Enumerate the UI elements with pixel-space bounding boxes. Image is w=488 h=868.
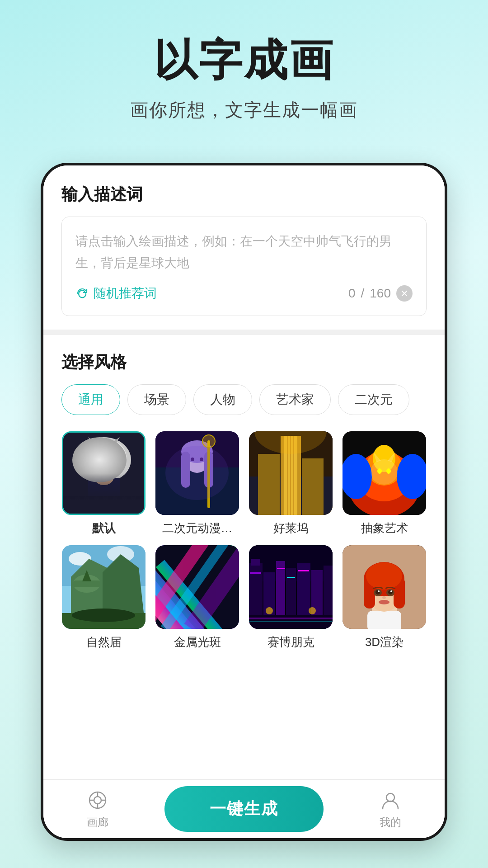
style-img-nature: [62, 545, 145, 629]
svg-rect-75: [287, 577, 295, 578]
style-img-cyberpunk: [249, 545, 333, 629]
clear-button[interactable]: [396, 285, 413, 302]
svg-point-96: [388, 590, 393, 594]
style-tag-scene[interactable]: 场景: [127, 384, 186, 415]
svg-point-3: [87, 447, 107, 463]
svg-rect-32: [302, 458, 324, 515]
generate-button[interactable]: 一键生成: [164, 786, 324, 832]
svg-rect-53: [73, 580, 100, 587]
style-item-abstract[interactable]: 抽象艺术: [342, 431, 427, 536]
input-footer: 随机推荐词 0 / 160: [75, 285, 413, 302]
style-item-3d[interactable]: 3D渲染: [342, 545, 427, 650]
header: 以字成画 画你所想，文字生成一幅画: [0, 0, 488, 141]
char-count: 0 / 160: [348, 285, 413, 302]
svg-rect-67: [251, 559, 260, 566]
svg-point-107: [386, 793, 394, 802]
style-name-nature: 自然届: [86, 634, 122, 650]
style-img-abstract: [343, 431, 426, 515]
profile-tab[interactable]: 我的: [363, 789, 418, 830]
gallery-label: 画廊: [87, 815, 108, 830]
svg-rect-77: [250, 572, 261, 574]
svg-point-83: [309, 607, 316, 614]
style-tags: 通用 场景 人物 艺术家 二次元: [61, 384, 427, 415]
phone-frame: 输入描述词 请点击输入绘画描述，例如：在一个天空中帅气飞行的男生，背后是星球大地…: [41, 163, 447, 841]
style-name-cyberpunk: 赛博朋克: [267, 634, 314, 650]
svg-point-11: [94, 469, 114, 485]
svg-point-4: [101, 447, 121, 463]
section-divider: [43, 330, 445, 335]
profile-label: 我的: [380, 815, 401, 830]
svg-point-5: [88, 448, 120, 476]
input-section: 输入描述词 请点击输入绘画描述，例如：在一个天空中帅气飞行的男生，背后是星球大地…: [43, 165, 445, 330]
svg-rect-12: [63, 496, 145, 515]
svg-point-97: [378, 590, 380, 592]
svg-point-102: [94, 797, 101, 804]
svg-rect-87: [367, 611, 401, 629]
style-item-nature[interactable]: 自然届: [61, 545, 146, 650]
style-section-label: 选择风格: [61, 351, 427, 373]
input-section-label: 输入描述词: [61, 184, 427, 206]
svg-rect-76: [298, 570, 309, 571]
style-tag-anime[interactable]: 二次元: [338, 384, 409, 415]
style-grid: 默认: [61, 431, 427, 650]
style-tag-character[interactable]: 人物: [193, 384, 252, 415]
svg-point-1: [77, 437, 131, 482]
svg-point-95: [375, 590, 380, 594]
style-item-hollywood[interactable]: 好莱坞: [249, 431, 333, 536]
main-title: 以字成画: [0, 36, 488, 84]
svg-point-44: [377, 468, 382, 474]
style-item-default[interactable]: 默认: [61, 431, 146, 536]
profile-icon: [379, 789, 402, 811]
svg-point-56: [72, 609, 135, 622]
svg-point-92: [366, 562, 402, 590]
style-name-metal: 金属光斑: [174, 634, 221, 650]
svg-point-9: [107, 456, 110, 459]
style-item-anime[interactable]: 二次元动漫…: [155, 431, 239, 536]
svg-point-41: [371, 459, 398, 485]
random-label: 随机推荐词: [94, 285, 157, 302]
style-tag-general[interactable]: 通用: [61, 384, 120, 415]
style-name-hollywood: 好莱坞: [273, 520, 309, 536]
svg-point-100: [379, 600, 389, 604]
svg-rect-80: [249, 618, 333, 619]
svg-point-2: [81, 439, 127, 476]
style-item-cyberpunk[interactable]: 赛博朋克: [249, 545, 333, 650]
style-section: 选择风格 通用 场景 人物 艺术家 二次元: [43, 335, 445, 779]
style-tag-artist[interactable]: 艺术家: [259, 384, 331, 415]
style-img-3d: [343, 545, 426, 629]
text-input-box[interactable]: 请点击输入绘画描述，例如：在一个天空中帅气飞行的男生，背后是星球大地 随机推荐词…: [61, 217, 427, 316]
svg-point-22: [202, 435, 215, 448]
style-img-anime: [155, 431, 239, 515]
svg-point-23: [165, 446, 229, 500]
style-img-hollywood: [249, 431, 333, 515]
bottom-bar: 画廊 一键生成 我的: [43, 779, 445, 838]
style-img-default: [62, 431, 145, 515]
svg-marker-6: [88, 437, 100, 447]
svg-point-8: [98, 456, 101, 459]
style-name-default: 默认: [92, 520, 116, 536]
svg-rect-31: [258, 454, 280, 515]
sub-title: 画你所想，文字生成一幅画: [0, 98, 488, 123]
max-chars: 160: [370, 286, 391, 301]
svg-rect-10: [88, 478, 120, 515]
refresh-icon: [75, 287, 89, 300]
style-name-3d: 3D渲染: [365, 634, 404, 650]
input-placeholder: 请点击输入绘画描述，例如：在一个天空中帅气飞行的男生，背后是星球大地: [75, 231, 413, 274]
style-name-abstract: 抽象艺术: [361, 520, 408, 536]
svg-rect-81: [249, 621, 333, 622]
gallery-tab[interactable]: 画廊: [70, 789, 125, 830]
random-recommend-button[interactable]: 随机推荐词: [75, 285, 157, 302]
svg-rect-0: [63, 433, 145, 515]
gallery-icon: [86, 789, 109, 811]
style-img-metal: [155, 545, 239, 629]
svg-point-45: [386, 468, 391, 474]
generate-label: 一键生成: [210, 799, 278, 818]
svg-point-82: [266, 607, 273, 614]
svg-point-99: [382, 596, 386, 599]
svg-point-98: [390, 590, 392, 592]
style-name-anime: 二次元动漫…: [162, 520, 233, 536]
current-chars: 0: [348, 286, 356, 301]
style-item-metal[interactable]: 金属光斑: [155, 545, 239, 650]
phone-content: 输入描述词 请点击输入绘画描述，例如：在一个天空中帅气飞行的男生，背后是星球大地…: [43, 165, 445, 838]
